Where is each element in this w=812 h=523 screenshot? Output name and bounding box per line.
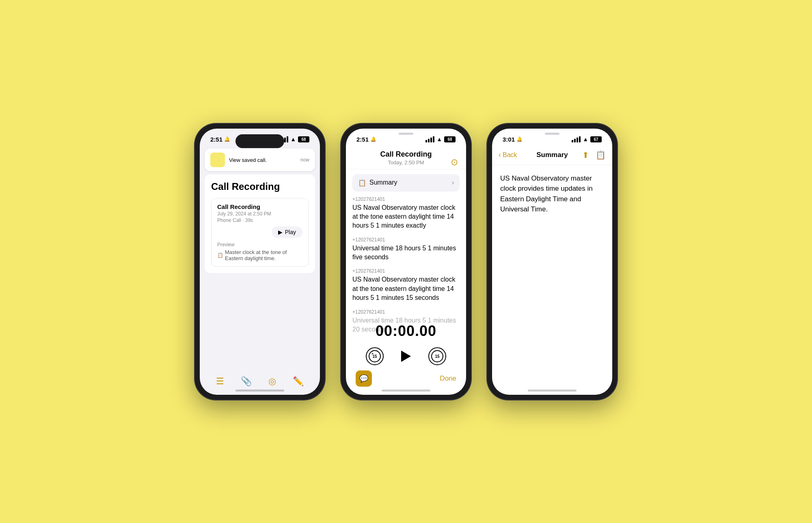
transcript-text-1: US Naval Observatory master clock at the… [352,203,460,230]
recording-card: Call Recording July 29, 2024 at 2:50 PM … [211,198,309,267]
wifi-icon: ▲ [290,136,296,142]
chevron-left-icon: ‹ [499,151,501,159]
preview-text: 📋 Master clock at the tone of Eastern da… [217,249,302,261]
transcript-text-2: Universal time 18 hours 5 1 minutes five… [352,244,460,262]
phone2-screen: 2:51 🔔 ▲ 68 Ca [346,129,466,395]
target-icon[interactable]: ◎ [268,376,276,387]
svg-text:15: 15 [372,354,377,359]
summary-row-left: 📋 Summary [358,179,397,187]
phone3-actions: ⬆ 📋 [582,150,606,160]
summary-content: US Naval Observatory master clock provid… [492,165,612,223]
notif-content: View saved call. [229,156,296,164]
phone3-time: 3:01 🔔 [503,136,523,143]
play-icon: ▶ [278,229,283,235]
summary-row[interactable]: 📋 Summary › [352,174,460,192]
dynamic-island [235,134,284,148]
transcript-icon: 💬 [359,374,368,383]
phones-container: 2:51 🔔 ▲ 68 [195,124,617,400]
recording-card-date: July 29, 2024 at 2:50 PM [217,211,302,217]
share-icon[interactable]: ⬆ [582,150,589,160]
phone2-header: Call Recording Today, 2:50 PM [346,145,466,169]
phone3-screen: 3:01 🔔 ▲ 67 [492,129,612,395]
notification-bar[interactable]: View saved call. now [205,149,315,171]
notif-app-icon [210,153,225,167]
wifi-icon: ▲ [583,136,588,142]
summary-icon: 📋 [358,179,366,187]
phone2-status-bar: 2:51 🔔 ▲ 68 [346,129,466,145]
notif-time: now [300,157,309,163]
transcript-button[interactable]: 💬 [356,370,372,387]
recording-card-title: Call Recording [217,203,302,210]
phone3-status-bar: 3:01 🔔 ▲ 67 [492,129,612,145]
summary-label: Summary [369,179,397,186]
battery-icon: 68 [444,136,456,142]
time-display: 00:00.00 [354,323,458,340]
play-icon [401,351,411,362]
transcript-number-4: +12027621401 [352,309,460,315]
bottom-toolbar: ☰ 📎 ◎ ✏️ [200,376,320,387]
skip-forward-button[interactable]: 15 [428,347,446,365]
phone2-bottom-bar: 💬 Done [346,370,466,387]
transcript-entry-3: +12027621401 US Naval Observatory master… [352,268,460,302]
paperclip-icon[interactable]: 📎 [241,376,252,387]
chevron-right-icon: › [452,179,454,186]
back-label: Back [503,151,517,159]
recording-card-type: Phone Call · 39s [217,217,302,223]
battery-icon: 67 [590,136,602,142]
phone2-title: Call Recording [354,150,458,159]
phone1-time: 2:51 🔔 [210,136,230,143]
phone2-status-icons: ▲ 68 [425,136,456,142]
transcript-text-3: US Naval Observatory master clock at the… [352,275,460,302]
bell-icon: 🔔 [224,136,230,142]
preview-label: Preview [217,242,302,248]
play-pause-button[interactable] [396,346,416,366]
transcript-number-3: +12027621401 [352,268,460,274]
player-controls: 15 15 [354,346,458,366]
compose-icon[interactable]: ✏️ [293,376,304,387]
phone1-screen: 2:51 🔔 ▲ 68 [200,129,320,395]
transcript-scroll: +12027621401 US Naval Observatory master… [346,196,466,334]
home-indicator-3 [528,390,577,392]
wifi-icon: ▲ [436,136,442,142]
phone1-main-content: Call Recording Call Recording July 29, 2… [205,174,315,273]
transcript-entry-1: +12027621401 US Naval Observatory master… [352,196,460,230]
home-indicator [235,390,284,392]
phone3-header: ‹ Back Summary ⬆ 📋 [492,145,612,165]
phone-1: 2:51 🔔 ▲ 68 [195,124,325,400]
bell-icon: 🔔 [370,136,376,142]
audio-player: 00:00.00 15 [346,319,466,370]
phone1-page-title: Call Recording [211,181,309,192]
phone2-subtitle: Today, 2:50 PM [354,159,458,166]
transcript-number-1: +12027621401 [352,196,460,202]
transcript-number-2: +12027621401 [352,237,460,243]
list-icon[interactable]: ☰ [216,376,224,387]
skip-back-button[interactable]: 15 [366,347,384,365]
phone2-time: 2:51 🔔 [356,136,376,143]
home-indicator-2 [382,390,430,392]
bell-icon: 🔔 [516,136,523,142]
summary-text: US Naval Observatory master clock provid… [500,173,604,215]
play-button[interactable]: ▶ Play [272,226,302,238]
preview-section: Preview 📋 Master clock at the tone of Ea… [217,242,302,261]
battery-icon: 68 [298,136,309,142]
notif-text: View saved call. [229,157,267,163]
back-button[interactable]: ‹ Back [499,151,517,159]
signal-icon [425,136,434,142]
transcript-entry-2: +12027621401 Universal time 18 hours 5 1… [352,237,460,262]
svg-text:15: 15 [435,354,440,359]
copy-icon[interactable]: 📋 [596,150,606,160]
signal-icon [572,136,581,142]
done-button[interactable]: Done [440,374,456,383]
transcript-icon-small: 📋 [217,252,223,258]
more-options-button[interactable]: ⊙ [451,157,458,168]
phone3-status-icons: ▲ 67 [572,136,602,142]
phone3-page-title: Summary [536,151,568,159]
phone-3: 3:01 🔔 ▲ 67 [487,124,617,400]
phone-2: 2:51 🔔 ▲ 68 Ca [341,124,471,400]
